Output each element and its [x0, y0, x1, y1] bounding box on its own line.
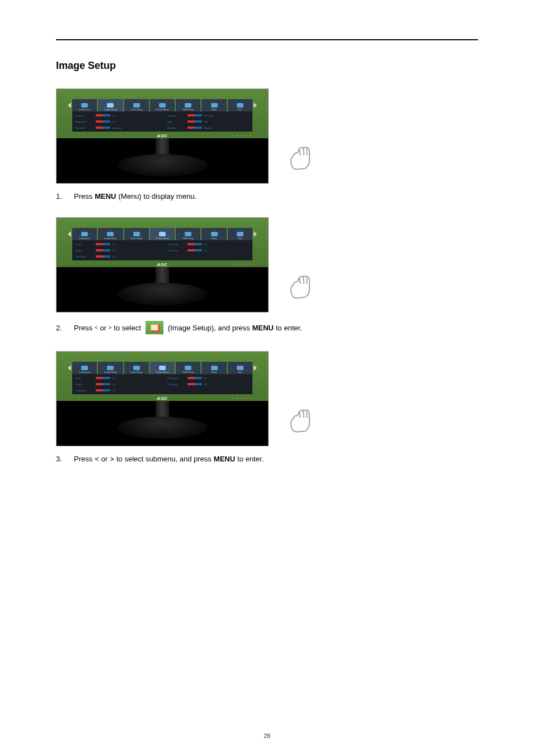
osd-setting-row: Phase50	[76, 382, 157, 386]
osd-setting-row: DCROff	[167, 119, 249, 124]
osd-tab: OSD Setup	[176, 99, 200, 111]
osd-tab: Picture Boost	[150, 99, 175, 111]
step-1: 1. Press MENU (Menu) to display menu.	[56, 192, 478, 200]
osd-setting-row: Phase50	[76, 248, 157, 253]
image-setup-icon	[146, 321, 163, 334]
osd-tab: Picture Boost	[150, 228, 175, 240]
osd-tab: Image Setup	[98, 99, 123, 111]
pointing-hand-icon	[285, 144, 316, 172]
osd-setting-row: Sharpness50	[76, 254, 157, 259]
osd-setting-row: V. Position50	[167, 248, 249, 253]
osd-tab: Extra	[202, 228, 226, 240]
monitor-screenshot-3: LuminanceImage SetupColor SetupPicture B…	[56, 351, 269, 446]
osd-setting-row: Brightness50	[76, 119, 157, 124]
page-number: 28	[264, 732, 270, 739]
osd-tab: OSD Setup	[176, 362, 200, 374]
osd-setting-row: H. Position50	[167, 376, 249, 380]
osd-setting-row: Clock50	[76, 242, 157, 246]
osd-tab: Luminance	[72, 228, 97, 240]
osd-tab: Exit	[228, 362, 252, 374]
osd-tab: Exit	[228, 228, 252, 240]
osd-setting-row: Clock50	[76, 376, 157, 380]
osd-setting-row: OverdriveMedium	[167, 125, 249, 130]
osd-tab: Extra	[202, 99, 226, 111]
brand-logo: AOC	[157, 396, 167, 401]
osd-setting-row: Eco modeStandard	[76, 125, 157, 130]
osd-setting-row: GammaGamma1	[167, 113, 249, 118]
monitor-screenshot-1: LuminanceImage SetupColor SetupPicture B…	[56, 88, 269, 184]
osd-setting-row: H. Position50	[167, 242, 249, 246]
osd-tab: Color Setup	[124, 99, 149, 111]
osd-tab: Image Setup	[98, 228, 123, 240]
osd-tab: Luminance	[72, 362, 97, 374]
osd-setting-row: Sharpness50	[76, 388, 157, 393]
monitor-screenshot-2: LuminanceImage SetupColor SetupPicture B…	[56, 217, 269, 312]
osd-setting-row: Contrast50	[76, 113, 157, 118]
osd-tab: Luminance	[72, 99, 97, 111]
osd-tab: Image Setup	[98, 362, 123, 374]
section-title: Image Setup	[56, 60, 478, 72]
brand-logo: AOC	[157, 133, 167, 138]
pointing-hand-icon	[285, 407, 316, 435]
brand-logo: AOC	[157, 262, 167, 267]
osd-tab: Picture Boost	[150, 362, 175, 374]
osd-tab: Color Setup	[124, 362, 149, 374]
osd-tab: Color Setup	[124, 228, 149, 240]
osd-tab: Exit	[228, 99, 252, 111]
pointing-hand-icon	[285, 273, 316, 301]
osd-setting-row: V. Position50	[167, 382, 249, 386]
step-3: 3. Press < or > to select submenu, and p…	[56, 455, 478, 463]
osd-tab: OSD Setup	[176, 228, 200, 240]
osd-tab: Extra	[202, 362, 226, 374]
step-2: 2. Press < or > to select (Image Setup),…	[56, 321, 478, 334]
